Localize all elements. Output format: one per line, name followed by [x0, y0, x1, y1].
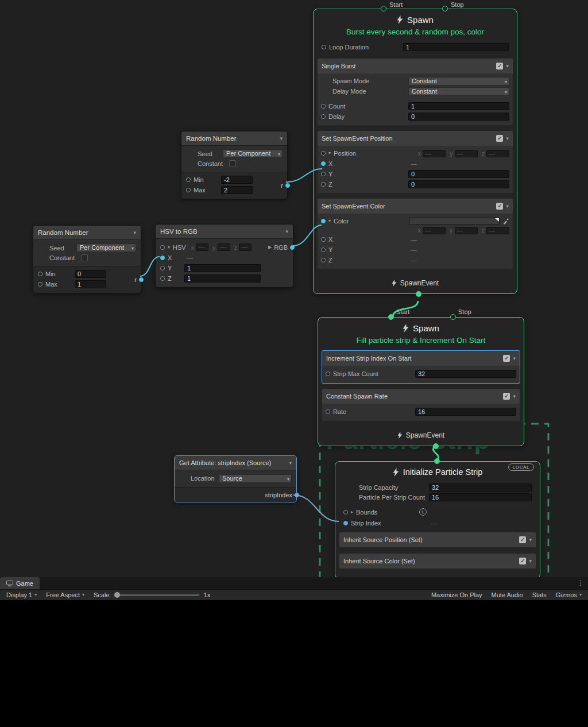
context-title-row[interactable]: Spawn	[318, 318, 524, 334]
mute-audio-button[interactable]: Mute Audio	[487, 590, 528, 601]
edge-stripindex-to-init[interactable]	[293, 495, 339, 521]
flow-port-stop[interactable]	[450, 314, 456, 320]
min-field[interactable]: 0	[75, 270, 106, 278]
context-title-row[interactable]: Spawn	[314, 9, 517, 26]
count-field[interactable]: 1	[408, 102, 509, 110]
bounds-port[interactable]	[343, 510, 348, 515]
rate-field[interactable]: 16	[415, 408, 516, 416]
block-enabled-checkbox[interactable]: ✓	[519, 558, 526, 564]
particle-per-strip-count-field[interactable]: 16	[429, 493, 532, 501]
gizmos-dropdown[interactable]: Gizmos ▾	[551, 590, 586, 601]
node-random-number-a[interactable]: Random Number ▾ Seed Per Component Const…	[181, 131, 288, 199]
delay-mode-dropdown[interactable]: Constant	[408, 87, 509, 96]
constant-checkbox[interactable]	[81, 254, 88, 261]
flow-input-port[interactable]	[434, 458, 440, 464]
count-port[interactable]	[321, 104, 326, 109]
max-field[interactable]: 2	[221, 186, 253, 194]
operator-header[interactable]: Get Attribute: stripIndex (Source) ▾	[175, 456, 296, 470]
r-output-port[interactable]	[285, 183, 290, 188]
chevron-down-icon[interactable]: ▾	[513, 356, 516, 361]
display-dropdown[interactable]: Display 1 ▾	[2, 590, 41, 601]
position-y-port[interactable]	[321, 172, 326, 176]
node-get-attribute-stripindex[interactable]: Get Attribute: stripIndex (Source) ▾ Loc…	[174, 455, 297, 502]
maximize-on-play-button[interactable]: Maximize On Play	[427, 590, 487, 601]
r-output-port[interactable]	[139, 277, 144, 282]
hsv-x-port[interactable]	[160, 256, 165, 260]
block-enabled-checkbox[interactable]: ✓	[519, 536, 526, 543]
block-header[interactable]: Set SpawnEvent Position ✓▾	[318, 131, 513, 146]
block-enabled-checkbox[interactable]: ✓	[503, 393, 510, 400]
location-dropdown[interactable]: Source	[219, 474, 292, 483]
block-header[interactable]: Constant Spawn Rate ✓▾	[322, 389, 520, 404]
block-header[interactable]: Set SpawnEvent Color ✓▾	[318, 199, 513, 214]
y-field[interactable]: 0	[408, 170, 509, 178]
bounds-space-toggle-icon[interactable]: L	[419, 508, 427, 516]
game-tab[interactable]: Game	[0, 577, 40, 589]
position-port[interactable]	[321, 151, 326, 156]
chevron-down-icon[interactable]: ▾	[529, 537, 532, 543]
flow-port-start[interactable]	[388, 314, 394, 320]
rate-port[interactable]	[326, 409, 330, 414]
spawnevent-output-port[interactable]	[433, 443, 439, 449]
constant-checkbox[interactable]	[229, 160, 236, 167]
position-z-port[interactable]	[321, 182, 326, 187]
hsv-port[interactable]	[160, 245, 165, 250]
tab-menu-icon[interactable]: ⋮	[573, 577, 588, 589]
expander-icon[interactable]: ▾	[168, 245, 170, 250]
node-spawn-burst[interactable]: Start Stop Spawn Burst every second & ra…	[313, 9, 517, 294]
chevron-down-icon[interactable]: ▾	[133, 230, 136, 235]
operator-header[interactable]: Random Number ▾	[181, 132, 287, 146]
hsv-y-port[interactable]	[160, 266, 165, 270]
color-x-port[interactable]	[321, 237, 326, 242]
color-port[interactable]	[321, 219, 326, 223]
block-enabled-checkbox[interactable]: ✓	[503, 355, 510, 362]
chevron-down-icon[interactable]: ▾	[506, 136, 509, 141]
strip-max-count-field[interactable]: 32	[415, 370, 516, 378]
context-title-row[interactable]: Initialize Particle Strip LOCAL	[335, 462, 540, 478]
chevron-down-icon[interactable]: ▾	[285, 229, 288, 234]
node-hsv-to-rgb[interactable]: HSV to RGB ▾ ▾ HSV x— y— z— ▶ RGB	[155, 224, 293, 288]
max-port[interactable]	[186, 188, 191, 192]
stats-button[interactable]: Stats	[528, 590, 551, 601]
color-y-port[interactable]	[321, 248, 326, 252]
eyedropper-icon[interactable]	[502, 218, 509, 225]
z-field[interactable]: 1	[184, 274, 261, 283]
max-field[interactable]: 1	[75, 280, 106, 288]
expander-icon[interactable]: ▸	[351, 510, 353, 515]
operator-header[interactable]: Random Number ▾	[33, 226, 141, 240]
y-field[interactable]: 1	[184, 264, 261, 272]
loop-duration-field[interactable]: 1	[403, 43, 509, 51]
loop-duration-port[interactable]	[322, 45, 326, 49]
min-field[interactable]: -2	[221, 176, 253, 184]
strip-max-count-port[interactable]	[326, 372, 330, 376]
graph-canvas[interactable]: Particle Strip Start Stop Spawn Burst ev…	[0, 0, 588, 577]
scale-slider-knob[interactable]	[114, 592, 120, 598]
delay-field[interactable]: 0	[408, 113, 509, 121]
block-header[interactable]: Single Burst ✓▾	[318, 59, 513, 74]
chevron-down-icon[interactable]: ▾	[529, 559, 532, 564]
chevron-down-icon[interactable]: ▾	[506, 204, 509, 209]
spawnevent-output-port[interactable]	[416, 291, 421, 297]
block-enabled-checkbox[interactable]: ✓	[496, 63, 503, 69]
chevron-down-icon[interactable]: ▾	[513, 394, 516, 399]
strip-index-port[interactable]	[343, 521, 348, 525]
delay-port[interactable]	[321, 114, 326, 119]
context-subtitle[interactable]: Burst every second & random pos, color	[314, 26, 517, 42]
min-port[interactable]	[186, 177, 191, 182]
block-header[interactable]: Increment Strip Index On Start ✓▾	[322, 351, 520, 366]
node-initialize-particle-strip[interactable]: Initialize Particle Strip LOCAL Strip Ca…	[335, 461, 540, 577]
z-field[interactable]: 0	[408, 180, 509, 188]
scale-slider[interactable]	[114, 594, 199, 596]
strip-capacity-field[interactable]: 32	[429, 484, 532, 492]
hsv-z-port[interactable]	[160, 276, 165, 281]
block-header[interactable]: Inherit Source Color (Set) ✓▾	[339, 554, 536, 569]
node-spawn-strip[interactable]: Start Stop Spawn Fill particle strip & I…	[318, 317, 524, 446]
aspect-dropdown[interactable]: Free Aspect ▾	[41, 590, 89, 601]
stripindex-output-port[interactable]	[295, 493, 299, 497]
expander-icon[interactable]: ▾	[328, 219, 331, 223]
node-random-number-b[interactable]: Random Number ▾ Seed Per Component Const…	[33, 225, 141, 293]
chevron-down-icon[interactable]: ▾	[506, 64, 509, 69]
block-enabled-checkbox[interactable]: ✓	[496, 135, 503, 142]
seed-dropdown[interactable]: Per Component	[76, 243, 136, 252]
block-enabled-checkbox[interactable]: ✓	[496, 203, 503, 210]
